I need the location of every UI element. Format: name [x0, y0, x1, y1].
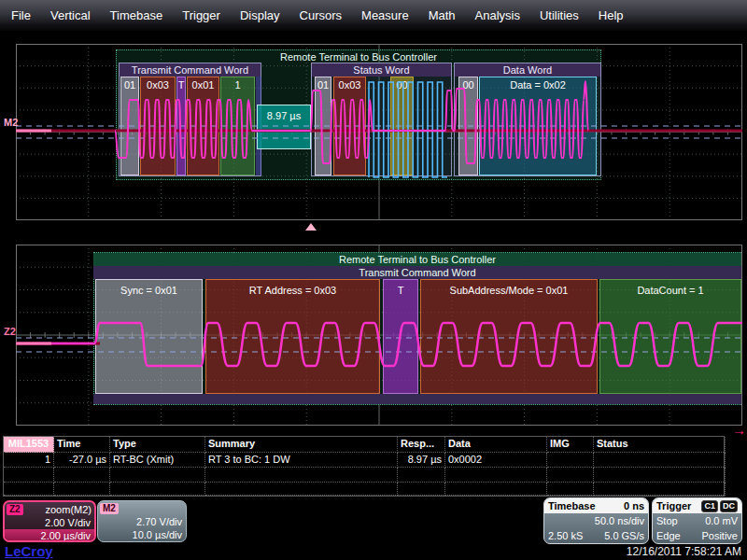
- upper-decode-title: Remote Terminal to Bus Controller: [116, 51, 601, 63]
- z2-channel-label: Z2: [4, 326, 16, 337]
- z2-descriptor-panel[interactable]: Z2 zoom(M2) 2.00 V/div 2.00 µs/div: [3, 500, 96, 542]
- row1-type[interactable]: RT-BC (Xmit): [110, 453, 205, 468]
- trigger-label: Trigger: [656, 500, 691, 511]
- row1-resp[interactable]: 8.97 µs: [398, 453, 445, 468]
- m2-vdiv: 2.70 V/div: [98, 515, 186, 528]
- row1-status[interactable]: [594, 453, 726, 468]
- group-status-word: Status Word 01 0x03 00: [311, 63, 452, 176]
- timebase-rate: 5.0 GS/s: [604, 528, 644, 543]
- row1-index[interactable]: 1: [4, 453, 54, 468]
- trigger-slope: Positive: [701, 528, 738, 543]
- response-time-box: 8.97 µs: [257, 105, 311, 149]
- decode-table: MIL1553 Time Type Summary Resp... Data I…: [3, 436, 725, 497]
- lecroy-logo: LeCroy: [5, 543, 53, 559]
- field-subaddress: 0x01: [187, 77, 219, 175]
- trigger-position-marker[interactable]: [305, 223, 317, 231]
- menu-item-file[interactable]: File: [11, 8, 31, 22]
- z2-vdiv: 2.00 V/div: [5, 516, 94, 529]
- field-tr-bit: T: [383, 279, 418, 394]
- field-sync: Sync = 0x01: [95, 279, 203, 394]
- menu-item-cursors[interactable]: Cursors: [300, 8, 343, 22]
- col-header-img: IMG: [547, 437, 594, 453]
- col-header-data: Data: [445, 437, 547, 453]
- row1-time[interactable]: -27.0 µs: [54, 453, 110, 468]
- field-datacount: 1: [220, 77, 255, 175]
- group-title: Transmit Command Word: [120, 63, 261, 77]
- menu-bar: File Vertical Timebase Trigger Display C…: [0, 0, 747, 31]
- menu-item-analysis[interactable]: Analysis: [475, 8, 520, 22]
- row1-data[interactable]: 0x0002: [445, 453, 547, 468]
- z2-title: zoom(M2): [45, 504, 92, 515]
- col-header-status: Status: [594, 437, 726, 453]
- next-event-arrow-icon[interactable]: →: [732, 422, 746, 438]
- field-data-value: Data = 0x02: [479, 77, 597, 175]
- m2-badge: M2: [100, 503, 119, 514]
- col-header-resp: Resp...: [398, 437, 445, 453]
- datetime-display: 12/16/2011 7:58:21 AM: [627, 545, 741, 558]
- menu-item-timebase[interactable]: Timebase: [110, 8, 163, 22]
- field-rt-address: RT Address = 0x03: [205, 279, 380, 394]
- trigger-coupling-badge: DC: [720, 500, 738, 512]
- lower-graticule: Remote Terminal to Bus Controller Transm…: [16, 245, 742, 426]
- group-transmit-command-word: Transmit Command Word 01 0x03 T 0x01 1: [119, 63, 261, 176]
- timebase-label: Timebase: [548, 500, 596, 511]
- upper-graticule: Remote Terminal to Bus Controller Transm…: [16, 44, 742, 220]
- row1-img[interactable]: [547, 453, 594, 468]
- field-sync: 00: [458, 77, 478, 175]
- lower-decode-subtitle: Transmit Command Word: [93, 266, 741, 279]
- row1-summary[interactable]: RT 3 to BC: 1 DW: [205, 453, 398, 468]
- m2-descriptor-panel[interactable]: M2 2.70 V/div 10.0 µs/div: [97, 500, 187, 542]
- menu-item-utilities[interactable]: Utilities: [540, 8, 579, 22]
- field-sync: 01: [120, 77, 139, 175]
- trigger-source-badge: C1: [701, 500, 718, 512]
- field-status-bits: 00: [390, 77, 414, 175]
- timebase-panel[interactable]: Timebase 0 ns 50.0 ns/div 2.50 kS 5.0 GS…: [543, 497, 649, 544]
- field-subaddress: SubAddress/Mode = 0x01: [420, 279, 598, 394]
- trigger-mode: Stop: [656, 513, 678, 528]
- timebase-tdiv: 50.0 ns/div: [595, 513, 644, 528]
- m2-tdiv: 10.0 µs/div: [98, 528, 186, 541]
- timebase-offset: 0 ns: [624, 500, 644, 511]
- z2-badge: Z2: [7, 504, 23, 515]
- field-sync: 01: [315, 77, 331, 175]
- field-rt-address: 0x03: [333, 77, 366, 175]
- menu-item-help[interactable]: Help: [599, 8, 624, 22]
- trigger-level: 0.0 mV: [705, 513, 738, 528]
- empty-cell: [4, 468, 54, 483]
- trigger-type: Edge: [656, 528, 681, 543]
- col-header-type: Type: [110, 437, 205, 453]
- menu-item-display[interactable]: Display: [240, 8, 280, 22]
- col-header-summary: Summary: [205, 437, 398, 453]
- field-tr-bit: T: [176, 77, 186, 175]
- group-data-word: Data Word 00 Data = 0x02: [454, 63, 601, 176]
- m2-channel-label: M2: [4, 117, 18, 128]
- trigger-panel[interactable]: Trigger C1 DC Stop 0.0 mV Edge Positive: [652, 497, 742, 544]
- field-rt-address: 0x03: [140, 77, 176, 175]
- group-title: Status Word: [312, 63, 451, 77]
- menu-item-measure[interactable]: Measure: [361, 8, 409, 22]
- protocol-badge[interactable]: MIL1553: [4, 437, 54, 453]
- group-title: Data Word: [455, 63, 600, 77]
- timebase-samples: 2.50 kS: [548, 528, 583, 543]
- menu-item-trigger[interactable]: Trigger: [182, 8, 220, 22]
- empty-cell: [4, 483, 54, 496]
- field-datacount: DataCount = 1: [599, 279, 741, 394]
- col-header-time: Time: [54, 437, 110, 453]
- menu-item-vertical[interactable]: Vertical: [50, 8, 91, 22]
- z2-tdiv: 2.00 µs/div: [5, 529, 94, 542]
- lower-decode-bottom-strip: [93, 394, 741, 404]
- lower-decode-title: Remote Terminal to Bus Controller: [93, 253, 741, 266]
- menu-item-math[interactable]: Math: [429, 8, 456, 22]
